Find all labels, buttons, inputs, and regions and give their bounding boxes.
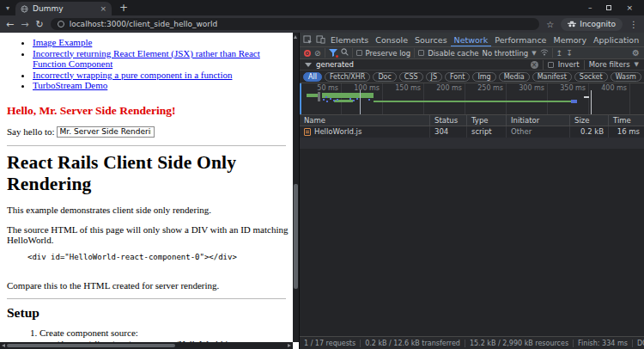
scroll-left-icon[interactable] bbox=[2, 344, 5, 347]
import-har-icon[interactable]: ↥ bbox=[556, 49, 563, 58]
paragraph: The source HTML of this page will only s… bbox=[7, 224, 293, 245]
domcontentloaded-time: DOMContentLoaded: 72 ms bbox=[633, 340, 644, 347]
window-controls: – × bbox=[588, 3, 644, 12]
requests-table-empty-area bbox=[300, 149, 644, 336]
bookmark-star-icon[interactable]: ☆ bbox=[546, 20, 554, 29]
column-header-type[interactable]: Type bbox=[467, 115, 507, 126]
chip-css[interactable]: CSS bbox=[399, 72, 423, 82]
chip-js[interactable]: JS bbox=[426, 72, 442, 82]
waterfall-dot bbox=[323, 99, 325, 101]
timeline-tick: 200 ms bbox=[436, 84, 462, 92]
scroll-up-icon[interactable] bbox=[294, 35, 297, 39]
forward-icon[interactable]: → bbox=[21, 20, 28, 29]
waterfall-end-tip bbox=[571, 100, 577, 103]
tab-network[interactable]: Network bbox=[451, 33, 492, 47]
invert-checkbox[interactable] bbox=[548, 62, 554, 68]
tab-application[interactable]: Application bbox=[590, 33, 642, 47]
chip-socket[interactable]: Socket bbox=[574, 72, 608, 82]
export-har-icon[interactable]: ↧ bbox=[566, 49, 573, 58]
horizontal-scrollbar[interactable] bbox=[0, 342, 293, 349]
tab-performance[interactable]: Performance bbox=[491, 33, 550, 47]
timeline-selection-edge[interactable] bbox=[300, 83, 301, 114]
reload-icon[interactable]: ↻ bbox=[35, 20, 43, 29]
chevron-down-icon[interactable]: ▼ bbox=[532, 50, 536, 57]
window-close-icon[interactable]: × bbox=[626, 3, 633, 12]
disable-cache-label[interactable]: Disable cache bbox=[428, 49, 478, 58]
new-tab-button[interactable]: + bbox=[119, 2, 128, 14]
tab-search-chevron-icon[interactable]: ▾ bbox=[0, 4, 15, 12]
disable-cache-checkbox[interactable] bbox=[418, 50, 424, 56]
chip-fetch-xhr[interactable]: Fetch/XHR bbox=[325, 72, 370, 82]
chip-img[interactable]: Img bbox=[472, 72, 495, 82]
browser-window: ▾ Dummy × + – × ← → ↻ localhost:3000/cli… bbox=[0, 0, 644, 349]
filter-input[interactable]: generated bbox=[316, 60, 526, 69]
preserve-log-checkbox[interactable] bbox=[356, 50, 362, 56]
throttling-select[interactable]: No throttling bbox=[483, 49, 529, 58]
site-info-icon[interactable] bbox=[58, 21, 64, 28]
column-header-initiator[interactable]: Initiator bbox=[507, 115, 570, 126]
chip-manifest[interactable]: Manifest bbox=[532, 72, 572, 82]
filter-icon[interactable] bbox=[329, 49, 337, 57]
tab-close-icon[interactable]: × bbox=[100, 4, 106, 13]
link-image-example[interactable]: Image Example bbox=[33, 37, 92, 47]
scroll-right-icon[interactable] bbox=[288, 344, 291, 347]
tab-console[interactable]: Console bbox=[372, 33, 411, 47]
column-header-status[interactable]: Status bbox=[430, 115, 467, 126]
network-overview-timeline[interactable]: 50 ms 100 ms 150 ms 200 ms 250 ms 300 ms… bbox=[300, 83, 644, 115]
request-row[interactable]: HelloWorld.js 304 script Other 0.2 kB 16… bbox=[300, 126, 644, 138]
chip-all[interactable]: All bbox=[303, 72, 322, 82]
column-header-time[interactable]: Time bbox=[609, 115, 644, 126]
chip-media[interactable]: Media bbox=[499, 72, 530, 82]
more-filters-button[interactable]: More filters bbox=[589, 60, 630, 69]
tab-memory[interactable]: Memory bbox=[550, 33, 590, 47]
chevron-down-icon[interactable]: ▼ bbox=[635, 61, 639, 68]
invert-label[interactable]: Invert bbox=[558, 60, 580, 69]
address-bar[interactable]: localhost:3000/client_side_hello_world bbox=[51, 18, 540, 30]
chip-doc[interactable]: Doc bbox=[373, 72, 396, 82]
divider bbox=[543, 60, 544, 70]
network-conditions-icon[interactable] bbox=[540, 49, 549, 58]
search-icon[interactable] bbox=[341, 48, 349, 58]
browser-tab[interactable]: Dummy × bbox=[15, 2, 112, 15]
url-text[interactable]: localhost:3000/client_side_hello_world bbox=[70, 20, 218, 28]
column-header-name[interactable]: Name bbox=[300, 115, 430, 126]
request-status: 304 bbox=[430, 126, 467, 138]
record-network-log-icon[interactable] bbox=[304, 50, 311, 57]
load-event-line bbox=[591, 90, 592, 114]
name-input[interactable] bbox=[57, 126, 155, 138]
timeline-gridline bbox=[423, 83, 424, 114]
preserve-log-label[interactable]: Preserve log bbox=[366, 49, 411, 58]
timeline-tick: 400 ms bbox=[601, 84, 627, 92]
inspect-element-icon[interactable] bbox=[301, 35, 314, 45]
timeline-gridline bbox=[547, 83, 548, 114]
chip-font[interactable]: Font bbox=[445, 72, 470, 82]
restore-icon[interactable] bbox=[606, 5, 611, 10]
vertical-scroll-thumb[interactable] bbox=[294, 184, 298, 289]
vertical-scrollbar[interactable] bbox=[293, 33, 299, 342]
incognito-label: Incognito bbox=[580, 20, 616, 28]
request-name[interactable]: HelloWorld.js bbox=[314, 126, 361, 138]
tab-strip: ▾ Dummy × + – × bbox=[0, 0, 644, 15]
request-name-cell[interactable]: HelloWorld.js bbox=[300, 126, 430, 138]
horizontal-scroll-thumb[interactable] bbox=[7, 344, 175, 347]
tab-sources[interactable]: Sources bbox=[411, 33, 451, 47]
link-incorrect-jsx[interactable]: Incorrectly returning React Element (JSX… bbox=[33, 48, 260, 70]
browser-menu-icon[interactable]: ⋮ bbox=[629, 20, 638, 29]
minimize-icon[interactable]: – bbox=[588, 3, 592, 12]
devtools-panel: Elements Console Sources Network Perform… bbox=[299, 33, 644, 349]
timeline-tick: 350 ms bbox=[560, 84, 586, 92]
column-header-size[interactable]: Size bbox=[570, 115, 609, 126]
timeline-gridline bbox=[382, 83, 383, 114]
link-incorrect-wrapping[interactable]: Incorrectly wrapping a pure component in… bbox=[33, 70, 232, 80]
device-toolbar-icon[interactable] bbox=[314, 35, 327, 44]
clear-filter-icon[interactable]: × bbox=[531, 61, 538, 69]
tab-elements[interactable]: Elements bbox=[327, 33, 372, 47]
chip-wasm[interactable]: Wasm bbox=[611, 72, 641, 82]
request-initiator[interactable]: Other bbox=[507, 126, 570, 138]
clear-network-log-icon[interactable]: ⊘ bbox=[314, 49, 321, 58]
back-icon[interactable]: ← bbox=[6, 20, 14, 29]
web-page: Image Example Incorrectly returning Reac… bbox=[0, 33, 299, 349]
link-turbostream-demo[interactable]: TurboStream Demo bbox=[33, 80, 107, 90]
network-settings-icon[interactable]: ⚙ bbox=[632, 48, 640, 58]
divider bbox=[352, 48, 353, 58]
